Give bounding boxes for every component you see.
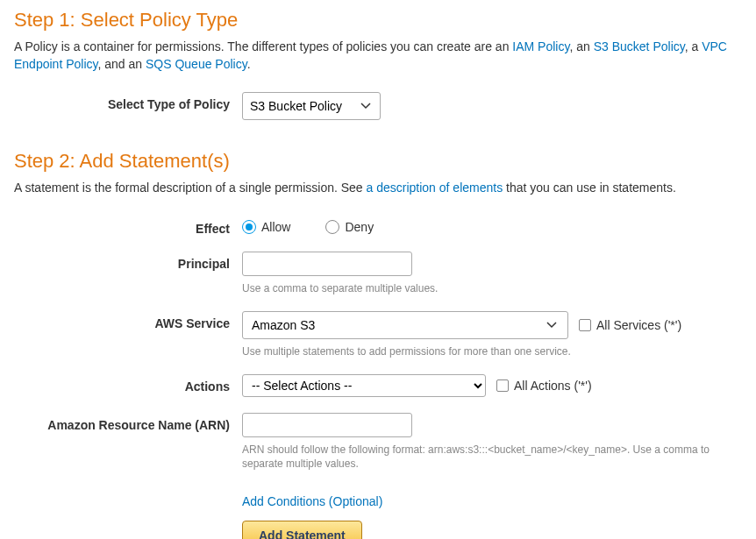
effect-deny-label: Deny: [345, 220, 374, 234]
text: A statement is the formal description of…: [14, 181, 367, 195]
text: , and an: [97, 57, 146, 71]
all-actions-label: All Actions ('*'): [514, 379, 592, 393]
aws-service-hint: Use multiple statements to add permissio…: [242, 344, 742, 358]
principal-input[interactable]: [242, 252, 412, 276]
step1-title: Step 1: Select Policy Type: [14, 9, 742, 32]
principal-label: Principal: [14, 252, 242, 271]
arn-label: Amazon Resource Name (ARN): [14, 413, 242, 432]
select-type-label: Select Type of Policy: [14, 92, 242, 111]
checkbox-icon: [496, 379, 509, 392]
step1-description: A Policy is a container for permissions.…: [14, 39, 742, 73]
add-conditions-link[interactable]: Add Conditions (Optional): [242, 494, 742, 508]
arn-hint: ARN should follow the following format: …: [242, 443, 742, 471]
step2-description: A statement is the formal description of…: [14, 180, 742, 197]
step2-title: Step 2: Add Statement(s): [14, 150, 742, 173]
all-services-checkbox[interactable]: All Services ('*'): [579, 318, 681, 332]
text: , an: [569, 39, 593, 53]
sqs-queue-policy-link[interactable]: SQS Queue Policy: [146, 57, 247, 71]
all-actions-checkbox[interactable]: All Actions ('*'): [496, 379, 592, 393]
radio-icon: [242, 220, 256, 234]
add-statement-button[interactable]: Add Statement: [242, 521, 362, 539]
effect-allow-label: Allow: [261, 220, 290, 234]
description-of-elements-link[interactable]: a description of elements: [367, 181, 503, 195]
principal-hint: Use a comma to separate multiple values.: [242, 281, 742, 295]
checkbox-icon: [579, 319, 591, 331]
effect-label: Effect: [14, 216, 242, 236]
effect-deny-radio[interactable]: Deny: [325, 220, 374, 234]
actions-label: Actions: [14, 374, 242, 394]
aws-service-label: AWS Service: [14, 311, 242, 330]
text: .: [247, 57, 251, 71]
actions-select[interactable]: -- Select Actions --: [242, 374, 486, 397]
effect-allow-radio[interactable]: Allow: [242, 220, 290, 234]
aws-service-select[interactable]: Amazon S3: [242, 311, 568, 339]
s3-bucket-policy-link[interactable]: S3 Bucket Policy: [594, 39, 685, 53]
text: , a: [685, 39, 702, 53]
policy-type-select[interactable]: S3 Bucket Policy: [242, 92, 381, 120]
all-services-label: All Services ('*'): [596, 318, 681, 332]
iam-policy-link[interactable]: IAM Policy: [512, 39, 569, 53]
text: A Policy is a container for permissions.…: [14, 39, 512, 53]
radio-icon: [325, 220, 339, 234]
text: that you can use in statements.: [503, 181, 676, 195]
arn-input[interactable]: [242, 413, 412, 437]
